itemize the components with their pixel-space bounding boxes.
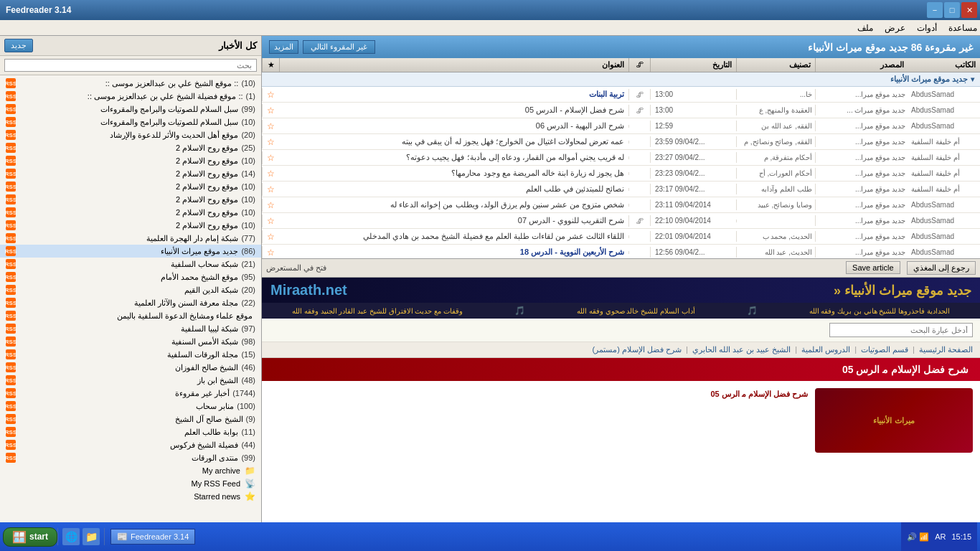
sidebar-item-0[interactable]: (10) :: موقع الشيخ علي بن عبدالعزيز موسى… (0, 77, 261, 90)
new-feed-button[interactable]: جديد (4, 39, 33, 52)
minimize-button[interactable]: − (927, 2, 943, 18)
preview-panel: رجوع إلى المغذي Save article فتح في المس… (262, 259, 980, 522)
article-row-7[interactable]: AbdusSamad جديد موقع ميرا... وصايا ونصائ… (262, 197, 980, 213)
row-date-10: 12:56 09/04/2... (650, 247, 736, 258)
save-article-button[interactable]: Save article (846, 261, 900, 274)
articles-scroll[interactable]: ▾جديد موقع ميراث الأنبياء AbdusSamad جدي… (262, 72, 980, 258)
row-star-5[interactable]: ☆ (262, 167, 279, 180)
sidebar-item-17[interactable]: (22) مجلة معرفة السنن والآثار العلمية RS… (0, 296, 261, 309)
sidebar-item-21[interactable]: (15) مجلة الورقات السلفية RSS (0, 348, 261, 361)
sidebar-item-9[interactable]: (10) موقع روح الاسلام 2 RSS (0, 193, 261, 206)
row-star-8[interactable]: ☆ (262, 215, 279, 227)
sidebar-item-11[interactable]: (10) موقع روح الاسلام 2 RSS (0, 219, 261, 232)
close-button[interactable]: ✕ (961, 2, 977, 18)
sidebar-special-2[interactable]: ⭐ Starred news (0, 490, 261, 503)
row-star-6[interactable]: ☆ (262, 183, 279, 196)
sidebar-item-10[interactable]: (10) موقع روح الاسلام 2 RSS (0, 206, 261, 219)
filter-button[interactable]: غير المقروء التالي (303, 40, 375, 54)
ql-ie[interactable]: 🌐 (62, 528, 80, 545)
sidebar-item-26[interactable]: (9) الشيخ صالح آل الشيخ RSS (0, 413, 261, 425)
sidebar-item-28[interactable]: (44) فضيلة الشيخ فركوس RSS (0, 438, 261, 451)
sidebar-item-label-11: موقع روح الاسلام 2 (19, 221, 238, 230)
menu-file[interactable]: ملف (857, 23, 873, 33)
sidebar-special-1[interactable]: 📡 My RSS Feed (0, 477, 261, 490)
row-date-5: 23:23 09/04/2... (650, 168, 736, 179)
article-row-9[interactable]: AbdusSamad جديد موقع ميرا... الحديث, محم… (262, 229, 980, 245)
sidebar-item-5[interactable]: (25) موقع روح الاسلام 2 RSS (0, 141, 261, 154)
sidebar-item-2[interactable]: (99) سبل السلام للصوتيات والبرامج والمقر… (0, 103, 261, 116)
article-group-header[interactable]: ▾جديد موقع ميراث الأنبياء (262, 72, 980, 87)
sidebar-special-0[interactable]: 📁 My archive (0, 464, 261, 477)
sidebar-item-7[interactable]: (14) موقع روح الاسلام 2 RSS (0, 167, 261, 180)
sidebar-item-25[interactable]: (100) منابر سحاب RSS (0, 400, 261, 413)
sidebar-item-20[interactable]: (98) شبكة الأمس السنفية RSS (0, 335, 261, 348)
sidebar-item-1[interactable]: (1) :: موقع فضيلة الشيخ علي بن عبدالعزيز… (0, 90, 261, 103)
row-star-1[interactable]: ☆ (262, 104, 279, 117)
rss-icon-25: RSS (6, 401, 16, 411)
sidebar-item-4[interactable]: (20) موقع أهل الحديث والأثر للدعوة والإر… (0, 128, 261, 141)
taskbar-feedreader[interactable]: 📰 Feedreader 3.14 (110, 529, 195, 545)
article-row-2[interactable]: AbdusSamad جديد موقع ميرا... الفقه, عبد … (262, 118, 980, 134)
sidebar-item-19[interactable]: (97) شبكة ليبيا السلفية RSS (0, 322, 261, 335)
sidebar-item-15[interactable]: (95) موقع الشيخ محمد الأمام RSS (0, 270, 261, 283)
search-input[interactable] (4, 59, 257, 72)
sidebar-item-count-13: (86) (241, 247, 255, 255)
sidebar-item-8[interactable]: (10) موقع روح الاسلام 2 RSS (0, 180, 261, 193)
start-button[interactable]: 🪟 start (3, 527, 57, 547)
sidebar-item-18[interactable]: موقع علماء ومشايخ الدعوة السلفية باليمن … (0, 309, 261, 322)
nav-lessons[interactable]: الدروس العلمية (801, 345, 850, 354)
sidebar-item-label-0: :: موقع الشيخ علي بن عبدالعزيز موسى :: (19, 79, 238, 88)
menu-help[interactable]: مساعدة (948, 23, 977, 33)
rss-icon-7: RSS (6, 169, 16, 179)
sidebar-item-27[interactable]: (11) بوابة طالب العلم RSS (0, 425, 261, 438)
menu-tools[interactable]: أدوات (917, 23, 937, 33)
sidebar-item-23[interactable]: (48) الشيخ ابن باز RSS (0, 374, 261, 387)
sidebar-item-count-0: (10) (241, 79, 255, 88)
article-row-3[interactable]: أم خليفة السلفية جديد موقع ميرا... الفقه… (262, 134, 980, 150)
sidebar-item-29[interactable]: (99) منتدى الورقات RSS (0, 451, 261, 464)
article-row-6[interactable]: أم خليفة السلفية جديد موقع ميرا... طلب ا… (262, 182, 980, 197)
row-star-3[interactable]: ☆ (262, 136, 279, 149)
row-star-10[interactable]: ☆ (262, 246, 279, 259)
article-row-10[interactable]: AbdusSamad جديد موقع ميرا... الحديث, عبد… (262, 245, 980, 258)
back-to-feed-button[interactable]: رجوع إلى المغذي (907, 261, 976, 275)
sidebar-item-22[interactable]: (46) الشيخ صالح الفوزان RSS (0, 361, 261, 374)
row-title-6: نصائح للمبتدئين في طلب العلم (279, 183, 628, 195)
row-attach-8: 🖇 (628, 215, 650, 227)
ql-folder[interactable]: 📁 (83, 528, 100, 545)
article-row-8[interactable]: AbdusSamad جديد موقع ميرا... 22:10 09/04… (262, 213, 980, 229)
sidebar-item-14[interactable]: (21) شبكة سحاب السلفية RSS (0, 258, 261, 270)
rss-icon-8: RSS (6, 182, 16, 192)
article-row-0[interactable]: AbdusSamad جديد موقع ميرا... خا... 13:00… (262, 87, 980, 103)
sidebar-item-6[interactable]: (10) موقع روح الاسلام 2 RSS (0, 154, 261, 167)
nav-audio[interactable]: قسم الصوتيات (861, 345, 908, 354)
nav-sheikh[interactable]: الشيخ عبيد بن عبد الله الحابري (692, 345, 791, 354)
sidebar-item-label-2: سبل السلام للصوتيات والبرامج والمقروءات (19, 105, 238, 114)
sidebar-item-16[interactable]: (20) شبكة الدين القيم RSS (0, 283, 261, 296)
row-star-4[interactable]: ☆ (262, 151, 279, 164)
maximize-button[interactable]: □ (944, 2, 960, 18)
menu-view[interactable]: عرض (885, 23, 905, 33)
row-star-0[interactable]: ☆ (262, 88, 279, 101)
sidebar-item-label-20: شبكة الأمس السنفية (19, 337, 238, 347)
row-star-9[interactable]: ☆ (262, 230, 279, 243)
rss-icon-17: RSS (6, 298, 16, 308)
article-row-5[interactable]: أم خليفة السلفية جديد موقع ميرا... أحكام… (262, 166, 980, 182)
preview-search-input[interactable] (829, 323, 973, 337)
nav-sharh[interactable]: شرح فضل الإسلام (مستمر) (593, 345, 682, 354)
sidebar-item-label-23: الشيخ ابن باز (19, 376, 238, 385)
row-star-7[interactable]: ☆ (262, 199, 279, 212)
row-category-2: الفقه, عبد الله بن (736, 121, 815, 131)
sidebar-item-3[interactable]: (10) سبل السلام للصوتيات والبرامج والمقر… (0, 116, 261, 128)
article-row-1[interactable]: AbdusSamad جديد موقع ميراث ... العقيدة و… (262, 103, 980, 118)
sidebar-item-24[interactable]: (1744) أخبار غير مقروءة RSS (0, 387, 261, 400)
article-row-4[interactable]: أم خليفة السلفية جديد موقع ميرا... أحكام… (262, 150, 980, 166)
more-button[interactable]: المزيد (269, 40, 298, 54)
nav-home[interactable]: الصفحة الرئيسية (919, 345, 973, 354)
sidebar-item-13[interactable]: (86) جديد موقع ميراث الأنبياء RSS (0, 245, 261, 258)
rss-icon-24: RSS (6, 388, 16, 398)
preview-content[interactable]: جديد موقع ميراث الأنبياء « Miraath.net ا… (262, 278, 980, 522)
sidebar-item-12[interactable]: (77) شبكة إمام دار الهجرة العلمية RSS (0, 232, 261, 245)
row-star-2[interactable]: ☆ (262, 120, 279, 133)
col-attach-header: 🖇 (628, 58, 650, 72)
